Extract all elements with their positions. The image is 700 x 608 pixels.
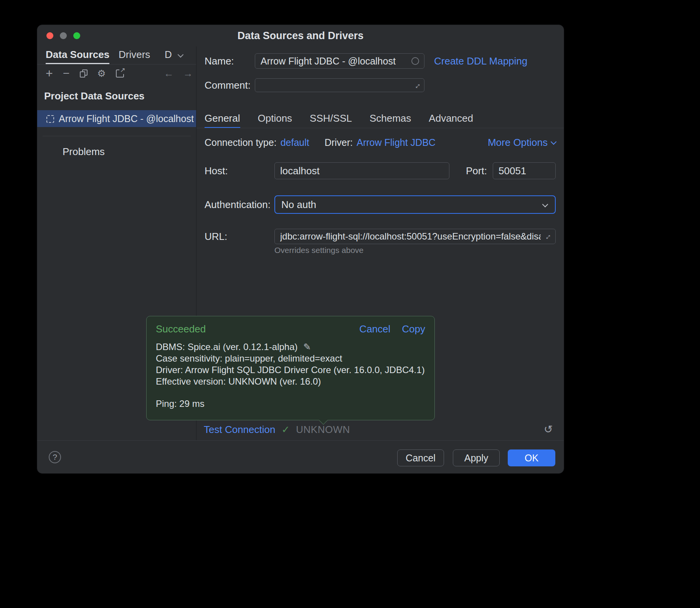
test-connection-link[interactable]: Test Connection [204, 424, 275, 436]
chevron-down-icon [542, 202, 548, 208]
name-input[interactable] [255, 53, 424, 69]
tab-data-sources[interactable]: Data Sources [46, 46, 109, 64]
url-input[interactable] [274, 229, 556, 244]
authentication-value: No auth [281, 196, 316, 213]
tab-ssh-ssl[interactable]: SSH/SSL [310, 110, 352, 127]
titlebar: Data Sources and Drivers [37, 25, 564, 46]
cancel-button[interactable]: Cancel [397, 449, 444, 466]
nav-arrows: ← → [164, 65, 193, 82]
url-note: Overrides settings above [274, 246, 363, 255]
port-label: Port: [466, 162, 487, 179]
chevron-down-icon [178, 52, 184, 58]
host-input[interactable] [274, 162, 449, 179]
check-icon: ✓ [281, 424, 290, 436]
forward-button[interactable]: → [183, 68, 193, 79]
apply-button[interactable]: Apply [453, 449, 500, 466]
driver-label: Driver: [325, 137, 353, 148]
test-connection-row: Test Connection ✓ UNKNOWN [204, 421, 350, 438]
sidebar-divider [43, 136, 191, 136]
more-options-label: More Options [488, 137, 548, 149]
connection-row: Connection type: default Driver: Arrow F… [205, 134, 436, 151]
create-ddl-mapping-link[interactable]: Create DDL Mapping [434, 53, 527, 69]
name-label: Name: [205, 53, 234, 69]
comment-input[interactable] [255, 78, 424, 92]
edit-pencil-icon[interactable]: ✎ [303, 342, 311, 352]
connection-status: UNKNOWN [296, 424, 350, 436]
popup-driver-line: Driver: Arrow Flight SQL JDBC Driver Cor… [156, 364, 425, 376]
more-options-link[interactable]: More Options [488, 134, 556, 151]
tabs-divider [196, 128, 564, 128]
form-tabs: General Options SSH/SSL Schemas Advanced [205, 110, 473, 128]
tab-schemas[interactable]: Schemas [370, 110, 411, 127]
authentication-select[interactable]: No auth [274, 195, 556, 214]
progress-indicator [411, 57, 419, 65]
tab-general[interactable]: General [205, 110, 240, 128]
datasource-item-label: Arrow Flight JDBC - @localhost [59, 110, 194, 127]
chevron-down-icon [551, 139, 557, 145]
driver-icon [46, 115, 54, 123]
remove-button[interactable]: − [63, 67, 70, 80]
url-label: URL: [205, 229, 227, 244]
window-title: Data Sources and Drivers [37, 25, 564, 46]
host-label: Host: [205, 162, 228, 179]
sidebar-tabs: Data Sources Drivers D [37, 46, 196, 64]
export-arrow-icon: ↗ [119, 66, 125, 74]
duplicate-button[interactable] [79, 69, 87, 77]
connection-type-value[interactable]: default [281, 137, 309, 148]
footer-divider [37, 440, 564, 441]
connection-type-label: Connection type: [205, 137, 277, 148]
popup-version-line: Effective version: UNKNOWN (ver. 16.0) [156, 376, 425, 387]
succeeded-status: Succeeded [156, 323, 206, 335]
open-in-new-button[interactable]: ↗ [116, 69, 124, 78]
popup-cancel-link[interactable]: Cancel [359, 323, 390, 335]
back-button[interactable]: ← [164, 68, 174, 79]
help-button[interactable]: ? [49, 451, 61, 463]
comment-label: Comment: [205, 78, 251, 92]
popup-copy-link[interactable]: Copy [402, 323, 425, 335]
settings-gear-button[interactable]: ⚙ [97, 68, 106, 79]
driver-value-link[interactable]: Arrow Flight JDBC [357, 137, 436, 148]
test-connection-popup: Succeeded Cancel Copy DBMS: Spice.ai (ve… [146, 316, 435, 420]
tab-ddl-label: D [165, 49, 172, 60]
sidebar-toolbar: + − ⚙ ↗ [46, 65, 124, 82]
authentication-label: Authentication: [205, 195, 271, 214]
port-input[interactable] [493, 162, 556, 179]
tab-options[interactable]: Options [258, 110, 292, 127]
tab-advanced[interactable]: Advanced [429, 110, 473, 127]
popup-dbms-line: DBMS: Spice.ai (ver. 0.12.1-alpha) ✎ [156, 341, 425, 353]
tab-drivers[interactable]: Drivers [119, 46, 150, 63]
ok-button[interactable]: OK [508, 449, 555, 466]
desktop: Data Sources and Drivers Data Sources Dr… [0, 0, 700, 608]
problems-item[interactable]: Problems [63, 145, 105, 159]
popup-case-line: Case sensitivity: plain=upper, delimited… [156, 353, 425, 364]
revert-button[interactable]: ↺ [544, 421, 553, 438]
datasource-list-item[interactable]: Arrow Flight JDBC - @localhost [37, 110, 196, 127]
add-button[interactable]: + [46, 66, 53, 81]
popup-ping-line: Ping: 29 ms [156, 398, 425, 410]
data-sources-dialog: Data Sources and Drivers Data Sources Dr… [37, 25, 564, 474]
project-data-sources-title: Project Data Sources [44, 90, 145, 102]
tab-ddl-truncated[interactable]: D [165, 46, 183, 63]
